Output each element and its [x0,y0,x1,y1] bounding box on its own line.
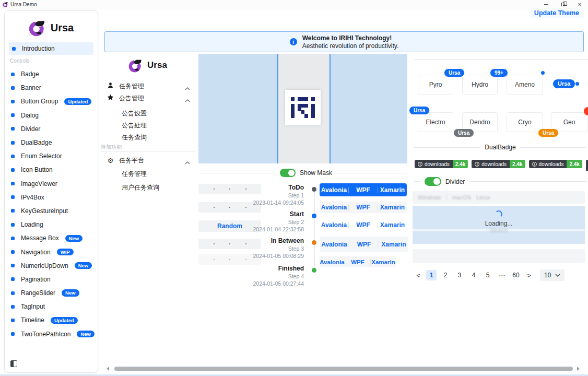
sidebar-item-label: Introduction [22,45,55,52]
sidebar-item-taginput[interactable]: TagInput [5,300,98,313]
xamarin-button[interactable]: Xamarin [378,186,407,194]
standalone-ursa-badge: Ursa [552,79,575,89]
card-label: Cryo [518,119,531,126]
sidebar-section-label: Controls [10,58,98,64]
timeline-title: ToDo [249,184,304,191]
scroll-left-icon[interactable] [107,367,109,371]
divider-toggle[interactable] [425,177,441,186]
sidebar-item-label: TagInput [21,303,45,310]
sidebar-item-button-group[interactable]: Button GroupUpdated [5,95,98,108]
loading-label: Loading... [413,220,585,227]
status-badge: New [62,289,79,297]
menu-subitem[interactable]: 公告处理 [99,120,196,131]
image-viewer[interactable] [198,54,407,163]
info-icon [532,162,537,167]
avalonia-button[interactable]: Avalonia [320,204,348,211]
tag-input[interactable] [413,249,585,263]
page-button-1[interactable]: 1 [426,270,437,280]
dual-badge-value: 2.4k [453,160,468,168]
sidebar-item-badge[interactable]: Badge [5,67,98,81]
avalonia-button[interactable]: Avalonia [320,221,348,229]
timeline-connector [314,191,315,271]
avalonia-button[interactable]: Avalonia [320,186,348,194]
wpf-button[interactable]: WPF [345,259,370,265]
sidebar-item-twotonepathicon[interactable]: TwoTonePathIconNew [5,327,98,341]
wpf-button[interactable]: WPF [349,221,378,229]
xamarin-button[interactable]: Xamarin [378,221,407,229]
avalonia-button[interactable]: Avalonia [320,241,349,248]
scrollbar-thumb[interactable] [114,367,573,371]
os-divider-demo: Windows macOS Linux [413,191,585,204]
page-button-4[interactable]: 4 [468,270,479,280]
sidebar-list: Badge Banner Button GroupUpdated Dialog … [5,67,98,341]
page-button-5[interactable]: 5 [483,270,493,280]
sidebar-item-timeline[interactable]: TimelineUpdated [5,313,98,327]
menu-item-label: 公告管理 [119,94,144,103]
menu-subitem[interactable]: 公告设置 [99,108,196,119]
ursa-badge: Ursa [444,68,465,77]
sidebar-item-dualbadge[interactable]: DualBadge [5,136,98,149]
sidebar-item-label: NumericUpDown [21,262,68,269]
status-badge: Updated [64,98,91,105]
sidebar-item-enum-selector[interactable]: Enum Selector [5,149,98,163]
bullet-icon [11,113,15,117]
sidebar-item-pagination[interactable]: Pagination [5,273,98,286]
page-button-60[interactable]: 60 [511,270,521,280]
sidebar-item-icon-button[interactable]: Icon Button [5,163,98,177]
wpf-button[interactable]: WPF [349,186,378,194]
sidebar-item-divider[interactable]: Divider [5,122,98,136]
right-demo-column: Pyro Hydro Ameno Ursa 99+ Ursa Electro D… [413,54,588,294]
count-badge: 99+ [490,68,508,77]
bullet-icon [11,209,15,213]
sidebar-item-rangeslider[interactable]: RangeSliderNew [5,286,98,300]
horizontal-scrollbar[interactable] [102,366,587,372]
sidebar-item-dialog[interactable]: Dialog [5,109,98,122]
scroll-right-icon[interactable] [577,367,580,371]
sidebar-item-message-box[interactable]: Message BoxNew [5,231,98,245]
sidebar-item-keygestureinput[interactable]: KeyGestureInput [5,204,98,218]
menu-subitem[interactable]: 任务查询 [99,132,196,143]
show-mask-toggle[interactable] [280,169,296,177]
sidebar-item-banner[interactable]: Banner [5,81,98,95]
page-next-button[interactable]: > [525,272,533,279]
sidebar-collapse-icon[interactable] [10,360,17,367]
sidebar-item-loading[interactable]: Loading [5,218,98,231]
os-label: Windows [418,194,441,201]
menu-subitem[interactable]: 任务管理 [99,169,196,179]
menu-subitem[interactable]: 用户任务查询 [99,182,196,193]
sidebar-item-ipv4box[interactable]: IPv4Box [5,191,98,204]
timeline-dot-start [312,214,316,218]
dual-badge-value: 2.4k [510,160,525,168]
xamarin-button[interactable]: Xamarin [379,241,408,248]
menu-group-task-management[interactable]: 任务管理 [99,81,196,91]
menu-item-label: 公告处理 [122,121,147,130]
xamarin-button[interactable]: Xamarin [378,204,407,211]
dual-badge-label: downloads [425,161,450,167]
menu-item-label: 任务管理 [119,82,144,91]
info-icon [418,162,422,167]
sidebar-item-imageviewer[interactable]: ImageViewer [5,177,98,191]
page-prev-button[interactable]: < [414,272,422,279]
page-ellipsis[interactable]: ⋯ [497,270,507,280]
wpf-button[interactable]: WPF [349,241,379,248]
timeline-time: 2024-01-05 00:08:29 [249,253,304,259]
page-button-2[interactable]: 2 [440,270,451,280]
xamarin-button[interactable]: Xamarin [371,259,396,265]
bullet-icon [11,291,15,295]
wpf-button[interactable]: WPF [349,204,378,211]
divider [414,147,480,148]
divider [520,147,586,148]
sidebar-item-numericupdown[interactable]: NumericUpDownNew [5,259,98,273]
menu-group-announcement[interactable]: 公告管理 [99,93,196,103]
menu-group-task-platform[interactable]: ⚙ 任务平台 [99,155,196,166]
bullet-icon [11,319,15,322]
update-theme-button[interactable]: Update Theme [530,8,584,18]
pagination: < 1 2 3 4 5 ⋯ 60 > 10 [414,269,565,281]
viewer-mask-left [198,54,277,163]
gear-icon: ⚙ [107,157,114,164]
page-size-select[interactable]: 10 [540,269,565,281]
page-button-3[interactable]: 3 [454,270,465,280]
sidebar-item-introduction[interactable]: Introduction [9,42,93,55]
sidebar-item-navigation[interactable]: NavigationWIP [5,245,98,258]
avalonia-button[interactable]: Avalonia [320,259,345,265]
